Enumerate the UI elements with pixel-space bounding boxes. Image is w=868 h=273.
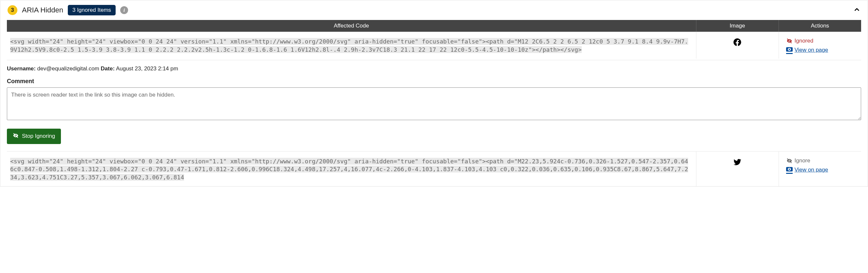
- view-on-page-action[interactable]: View on page: [786, 166, 858, 174]
- svg-point-3: [788, 49, 790, 50]
- view-on-page-link[interactable]: View on page: [795, 47, 828, 54]
- ignored-label: Ignored: [795, 38, 814, 44]
- issue-count-badge: 3: [7, 5, 18, 15]
- expanded-row: Username: dev@equalizedigital.com Date: …: [7, 59, 861, 151]
- info-icon[interactable]: i: [120, 6, 128, 14]
- svg-point-8: [788, 169, 790, 170]
- stop-ignoring-button[interactable]: Stop Ignoring: [7, 129, 61, 144]
- view-on-page-action[interactable]: View on page: [786, 46, 858, 54]
- affected-code: <svg width="24" height="24" viewbox="0 0…: [10, 38, 688, 53]
- eye-icon: [786, 166, 793, 172]
- comment-textarea[interactable]: There is screen reader text in the link …: [7, 88, 861, 120]
- affected-code: <svg width="24" height="24" viewbox="0 0…: [10, 158, 688, 181]
- accessibility-issue-panel: 3 ARIA Hidden 3 Ignored Items i Affected…: [0, 0, 868, 186]
- column-header-image: Image: [696, 20, 779, 32]
- ignore-metadata: Username: dev@equalizedigital.com Date: …: [7, 65, 861, 72]
- column-header-actions: Actions: [779, 20, 861, 32]
- panel-header[interactable]: 3 ARIA Hidden 3 Ignored Items i: [0, 0, 868, 20]
- ignored-icon: [786, 38, 793, 44]
- ignore-action[interactable]: Ignore: [786, 158, 858, 164]
- facebook-icon: [733, 42, 742, 48]
- ignored-items-pill: 3 Ignored Items: [68, 5, 116, 15]
- view-on-page-link[interactable]: View on page: [795, 167, 828, 173]
- ignored-status: Ignored: [786, 38, 858, 44]
- eye-icon: [786, 46, 793, 53]
- table-row: <svg width="24" height="24" viewbox="0 0…: [7, 151, 861, 186]
- stop-ignoring-icon: [13, 133, 19, 140]
- issues-table: Affected Code Image Actions <svg width="…: [7, 20, 861, 186]
- ignore-icon: [786, 158, 793, 164]
- twitter-icon: [733, 162, 742, 168]
- column-header-code: Affected Code: [7, 20, 696, 32]
- comment-label: Comment: [7, 78, 861, 85]
- panel-title: ARIA Hidden: [22, 6, 63, 14]
- chevron-up-icon[interactable]: [853, 5, 861, 15]
- ignore-label: Ignore: [795, 158, 810, 164]
- table-row: <svg width="24" height="24" viewbox="0 0…: [7, 32, 861, 59]
